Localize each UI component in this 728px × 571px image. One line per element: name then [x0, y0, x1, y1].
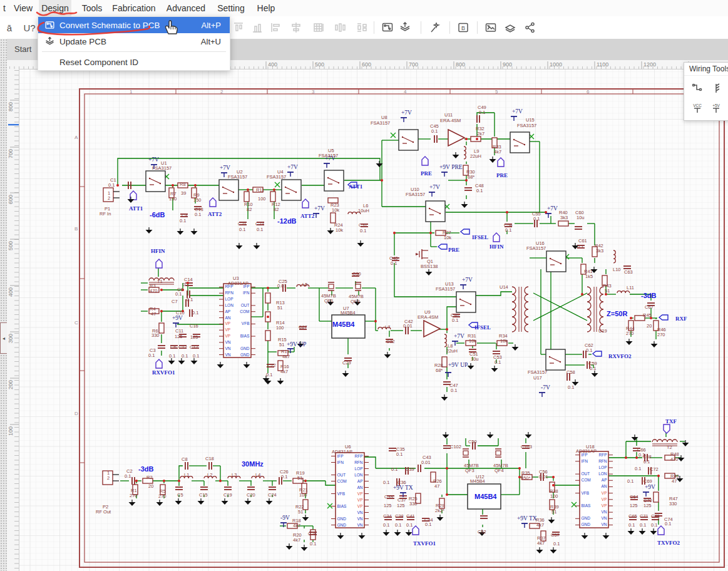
- schematic-label[interactable]: L2: [207, 472, 212, 478]
- schematic-label[interactable]: M45B4: [341, 310, 356, 316]
- schematic-label[interactable]: 0.1: [169, 353, 175, 359]
- schematic-label[interactable]: C11: [175, 328, 183, 334]
- schematic-label[interactable]: +7V: [454, 333, 464, 339]
- schematic-label[interactable]: R8: [180, 182, 186, 187]
- schematic-label[interactable]: C32: [386, 339, 395, 344]
- schematic-label[interactable]: 0.1: [431, 128, 438, 134]
- bus-tool-icon[interactable]: [707, 78, 725, 98]
- schematic-label[interactable]: FSA3157: [319, 153, 338, 158]
- schematic-label[interactable]: L11: [627, 285, 634, 291]
- schematic-label[interactable]: QF3: [465, 468, 474, 473]
- schematic-label[interactable]: BSS138: [421, 264, 438, 269]
- schematic-label[interactable]: FSA3157: [228, 174, 247, 180]
- schematic-label[interactable]: FSA3157: [152, 165, 172, 171]
- schematic-label[interactable]: 51: [277, 305, 282, 311]
- schematic-label[interactable]: 330: [409, 501, 418, 507]
- menu-tools[interactable]: Tools: [79, 0, 105, 16]
- analog-switch-fsa3157[interactable]: [399, 130, 418, 150]
- schematic-label[interactable]: C34: [383, 513, 392, 519]
- schematic-label[interactable]: +9V UP: [287, 341, 306, 347]
- schematic-label[interactable]: ATT2: [208, 211, 222, 217]
- schematic-label[interactable]: 0.01: [421, 460, 431, 465]
- schematic-label[interactable]: 850*: [521, 475, 531, 481]
- schematic-label[interactable]: +7V: [314, 205, 325, 212]
- find-similar-icon[interactable]: ā: [1, 19, 18, 36]
- schematic-label[interactable]: 125: [397, 503, 405, 508]
- schematic-label[interactable]: HFIN: [490, 244, 504, 250]
- schematic-label[interactable]: FSA3157: [406, 192, 425, 197]
- schematic-label[interactable]: 100: [550, 493, 558, 499]
- analog-switch-fsa3157[interactable]: [456, 292, 476, 312]
- schematic-label[interactable]: 0.1: [406, 522, 413, 528]
- schematic-label[interactable]: 0.1: [568, 384, 574, 390]
- schematic-label[interactable]: U14: [500, 284, 508, 290]
- schematic-label[interactable]: M45B4: [474, 493, 497, 500]
- schematic-label[interactable]: -7V: [541, 384, 550, 391]
- analog-switch-fsa3157[interactable]: [219, 180, 238, 200]
- schematic-label[interactable]: 125: [643, 503, 652, 508]
- schematic-label[interactable]: C22: [267, 363, 276, 368]
- schematic-label[interactable]: 0.1: [148, 352, 155, 358]
- schematic-label[interactable]: 0.1: [383, 480, 389, 485]
- schematic-label[interactable]: 4k7: [293, 537, 300, 543]
- schematic-label[interactable]: C18: [205, 456, 214, 461]
- schematic-label[interactable]: L7: [385, 324, 390, 330]
- analog-switch-fsa3157[interactable]: [546, 349, 565, 370]
- schematic-label[interactable]: PRE: [421, 170, 432, 177]
- schematic-label[interactable]: C23: [255, 221, 264, 227]
- convert-pcb-icon[interactable]: [379, 19, 396, 36]
- schematic-label[interactable]: L10: [613, 267, 621, 272]
- schematic-label[interactable]: +7V: [148, 157, 159, 163]
- schematic-label[interactable]: 39: [181, 190, 186, 196]
- schematic-label[interactable]: 3k3: [596, 248, 603, 254]
- schematic-label[interactable]: 2: [107, 475, 110, 481]
- schematic-label[interactable]: 0.1: [451, 388, 457, 393]
- schematic-label[interactable]: 0.1: [643, 459, 650, 465]
- schematic-label[interactable]: 4k7: [280, 369, 288, 374]
- ic-ad831ap[interactable]: IFPIFNOUTCOMVFBBIASGNDGNDRFPRFNLOPLONAPA…: [331, 453, 369, 528]
- schematic-label[interactable]: C72: [650, 466, 659, 472]
- schematic-label[interactable]: R11: [256, 187, 264, 193]
- schematic-label[interactable]: PRE: [496, 172, 508, 178]
- schematic-label[interactable]: C67: [645, 304, 654, 310]
- schematic-label[interactable]: FSA3157: [267, 174, 286, 180]
- schematic-label[interactable]: C7: [172, 299, 178, 304]
- schematic-label[interactable]: 51: [297, 475, 302, 481]
- schematic-label[interactable]: C19: [223, 492, 232, 498]
- schematic-label[interactable]: 270: [657, 332, 665, 337]
- schematic-label[interactable]: 100: [258, 196, 266, 202]
- schematic-label[interactable]: +7V: [462, 277, 473, 283]
- schematic-label[interactable]: 51: [605, 288, 610, 294]
- schematic-label[interactable]: +7V: [547, 205, 558, 212]
- schematic-label[interactable]: -6dB: [150, 211, 165, 219]
- share-icon[interactable]: [522, 19, 538, 36]
- schematic-label[interactable]: 10k: [500, 338, 508, 344]
- schematic-label[interactable]: FSA3157: [528, 369, 547, 375]
- schematic-label[interactable]: 100: [299, 492, 307, 498]
- schematic-label[interactable]: 125: [190, 334, 198, 340]
- schematic-label[interactable]: C71: [640, 513, 649, 519]
- schematic-label[interactable]: 0.1: [391, 466, 397, 472]
- schematic-label[interactable]: C6: [170, 344, 177, 350]
- schematic-label[interactable]: 82: [274, 207, 279, 212]
- schematic-label[interactable]: C8: [182, 456, 188, 462]
- schematic-label[interactable]: 10k: [469, 338, 476, 344]
- schematic-label[interactable]: C58: [567, 369, 575, 375]
- schematic-label[interactable]: 0.01: [277, 283, 287, 289]
- schematic-label[interactable]: +7V: [512, 108, 523, 115]
- schematic-label[interactable]: R45: [643, 312, 652, 318]
- schematic-label[interactable]: C63: [624, 269, 633, 275]
- schematic-label[interactable]: QF2: [351, 299, 360, 304]
- schematic-label[interactable]: C69: [643, 478, 652, 484]
- schematic-label[interactable]: C29: [342, 360, 351, 366]
- schematic-label[interactable]: C41: [406, 513, 415, 519]
- schematic-label[interactable]: FSA3157: [371, 120, 390, 126]
- schematic-label[interactable]: RXF: [675, 316, 687, 322]
- schematic-label[interactable]: 0.1: [175, 291, 182, 297]
- schematic-label[interactable]: FSA3157: [526, 245, 546, 251]
- ic-ad831ap[interactable]: IFPIFNOUTCOMVFBBIASGNDGNDRFPRFNLOPLONAPA…: [575, 451, 613, 528]
- schematic-label[interactable]: U8: [381, 115, 387, 120]
- schematic-label[interactable]: 0.1: [628, 522, 635, 528]
- schematic-label[interactable]: C33: [384, 494, 393, 500]
- schematic-label[interactable]: 0.1: [395, 522, 401, 528]
